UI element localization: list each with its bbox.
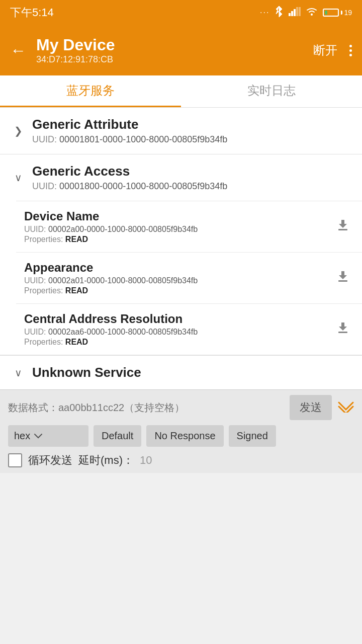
char-device-name: Device Name UUID: 00002a00-0000-1000-800… [16,201,362,252]
format-row: hex Default No Response Signed [8,425,354,447]
service-generic-access-name: Generic Access [32,164,227,179]
format-select[interactable]: hex [8,425,88,447]
char-appearance-label: Appearance [24,261,198,275]
loop-row: 循环发送 延时(ms)： 10 [8,453,354,468]
download-icon-car[interactable] [336,320,350,338]
char-car-props: Properties: READ [24,338,198,347]
status-bar: 下午5:14 ··· [0,0,362,25]
battery-indicator: 19 [323,9,352,17]
header-title-block: My Device 34:D7:12:91:78:CB [36,36,313,65]
svg-rect-2 [294,9,296,16]
status-icons: ··· [260,6,352,20]
svg-rect-8 [338,332,347,333]
bluetooth-icon [275,6,284,20]
delay-label: 延时(ms)： [78,453,134,468]
svg-rect-0 [289,13,291,16]
chevron-down-icon-unknown: ∨ [12,367,24,379]
selected-format: hex [14,430,30,442]
loop-send-checkbox[interactable] [8,453,22,467]
expand-icon[interactable] [338,399,354,416]
send-button[interactable]: 发送 [290,395,332,420]
device-mac: 34:D7:12:91:78:CB [36,54,113,64]
char-device-name-uuid: UUID: 00002a00-0000-1000-8000-00805f9b34… [24,225,198,234]
service-generic-access-uuid: UUID: 00001800-0000-1000-8000-00805f9b34… [32,181,227,192]
svg-rect-3 [296,7,298,16]
chevron-right-icon: ❯ [12,125,24,137]
status-time: 下午5:14 [10,5,54,20]
svg-point-5 [311,14,313,16]
service-generic-access-info: Generic Access UUID: 00001800-0000-1000-… [32,164,227,192]
svg-rect-1 [291,11,293,16]
char-car-label: Central Address Resolution [24,312,198,326]
service-unknown[interactable]: ∨ Unknown Service [0,355,362,389]
service-list: ❯ Generic Attribute UUID: 00001801-0000-… [0,108,362,389]
delay-value: 10 [140,454,152,467]
char-central-address-resolution: Central Address Resolution UUID: 00002aa… [16,303,362,355]
service-generic-attribute: ❯ Generic Attribute UUID: 00001801-0000-… [0,108,362,154]
loop-send-label: 循环发送 [28,453,72,468]
char-appearance: Appearance UUID: 00002a01-0000-1000-8000… [16,252,362,303]
char-device-name-props: Properties: READ [24,235,198,244]
service-generic-attribute-name: Generic Attribute [32,117,227,132]
signal-dots-icon: ··· [260,8,269,17]
tab-ble-service[interactable]: 蓝牙服务 [0,75,181,107]
disconnect-button[interactable]: 断开 [313,42,337,58]
char-device-name-label: Device Name [24,209,198,223]
service-generic-attribute-header[interactable]: ❯ Generic Attribute UUID: 00001801-0000-… [0,108,362,154]
signal-bars-icon [289,7,301,19]
app-header: ← My Device 34:D7:12:91:78:CB 断开 [0,25,362,75]
device-title: My Device [36,36,115,54]
char-device-name-info: Device Name UUID: 00002a00-0000-1000-800… [24,209,198,244]
more-options-button[interactable] [349,45,352,56]
default-option-button[interactable]: Default [94,425,141,447]
header-actions: 断开 [313,42,352,58]
char-appearance-uuid: UUID: 00002a01-0000-1000-8000-00805f9b34… [24,276,198,285]
data-input[interactable] [8,402,284,414]
char-car-uuid: UUID: 00002aa6-0000-1000-8000-00805f9b34… [24,328,198,337]
tab-bar: 蓝牙服务 实时日志 [0,75,362,108]
char-appearance-props: Properties: READ [24,286,198,295]
download-icon-appearance[interactable] [336,269,350,287]
service-generic-access: ∨ Generic Access UUID: 00001800-0000-100… [0,154,362,355]
svg-rect-4 [299,7,301,16]
wifi-icon [306,7,318,19]
service-generic-attribute-uuid: UUID: 00001801-0000-1000-8000-00805f9b34… [32,134,227,145]
svg-rect-6 [338,229,347,230]
signed-option-button[interactable]: Signed [229,425,276,447]
back-button[interactable]: ← [10,41,26,60]
service-generic-attribute-info: Generic Attribute UUID: 00001801-0000-10… [32,117,227,145]
service-unknown-name: Unknown Service [32,365,141,380]
tab-realtime-log[interactable]: 实时日志 [181,75,362,107]
char-appearance-info: Appearance UUID: 00002a01-0000-1000-8000… [24,261,198,295]
bottom-panel: 发送 hex Default No Response Signed 循环发送 延… [0,389,362,473]
svg-rect-7 [338,280,347,282]
chevron-down-icon: ∨ [12,172,24,184]
download-icon-device-name[interactable] [336,218,350,235]
send-row: 发送 [8,395,354,420]
battery-level: 19 [344,9,352,17]
char-car-info: Central Address Resolution UUID: 00002aa… [24,312,198,347]
service-generic-access-header[interactable]: ∨ Generic Access UUID: 00001800-0000-100… [0,154,362,201]
no-response-option-button[interactable]: No Response [146,425,223,447]
